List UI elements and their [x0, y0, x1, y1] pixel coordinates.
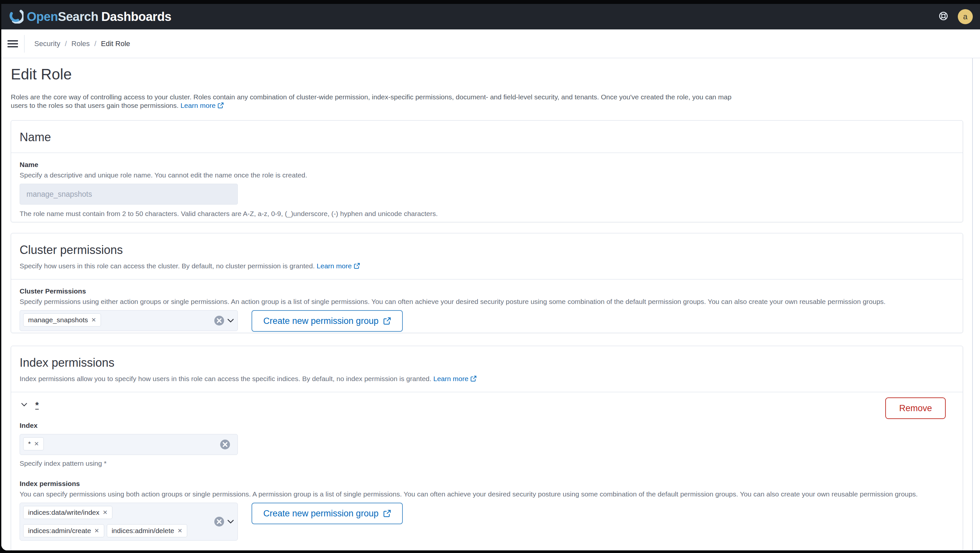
index-panel-description: Index permissions allow you to specify h… [20, 375, 954, 383]
index-pattern-help: Specify index pattern using * [20, 459, 954, 467]
breadcrumb-roles[interactable]: Roles [72, 40, 90, 48]
index-panel-title: Index permissions [20, 356, 954, 370]
index-permissions-label: Index permissions [20, 480, 954, 488]
clear-selection-icon[interactable] [214, 516, 224, 527]
name-panel: Name Name Specify a descriptive and uniq… [11, 120, 963, 222]
breadcrumb-current: Edit Role [101, 40, 130, 48]
scrollbar-track[interactable] [972, 58, 973, 550]
create-permission-group-button[interactable]: Create new permission group [251, 503, 403, 524]
logo-wordmark: OpenSearchDashboards [27, 10, 172, 24]
page-description: Roles are the core way of controlling ac… [11, 93, 743, 110]
breadcrumb-separator: / [94, 40, 96, 48]
role-name-input[interactable] [20, 184, 238, 205]
opensearch-logo-icon [8, 8, 24, 25]
cluster-permissions-combobox[interactable]: manage_snapshots✕ [20, 310, 238, 331]
permission-tag: indices:admin/create✕ [23, 524, 104, 537]
accordion-label: * [35, 400, 39, 411]
app-window: OpenSearchDashboards a Security / [1, 0, 980, 550]
remove-tag-icon[interactable]: ✕ [34, 440, 39, 448]
index-pattern-tag: *✕ [23, 437, 44, 450]
panel-divider [11, 279, 963, 279]
name-field-help: The role name must contain from 2 to 50 … [20, 210, 954, 218]
chevron-down-icon [20, 400, 29, 411]
nav-menu-button[interactable] [1, 29, 24, 58]
cluster-permissions-panel: Cluster permissions Specify how users in… [11, 233, 963, 333]
permission-tag-circled: indices:admin/delete✕ [107, 524, 188, 537]
help-menu-button[interactable] [937, 11, 949, 22]
index-permission-accordion: * Remove [20, 400, 954, 411]
accordion-toggle[interactable]: * [20, 400, 39, 411]
external-link-icon [218, 102, 224, 110]
window-top-edge [1, 0, 980, 4]
name-field-label: Name [20, 161, 954, 169]
permission-tag: indices:data/write/index✕ [23, 506, 112, 519]
panel-divider [11, 153, 963, 153]
cluster-permissions-description: Specify permissions using either action … [20, 298, 954, 306]
cluster-permissions-label: Cluster Permissions [20, 287, 954, 295]
external-link-icon [383, 317, 391, 325]
remove-tag-icon[interactable]: ✕ [91, 316, 96, 324]
lifebuoy-help-icon [938, 10, 949, 23]
learn-more-link[interactable]: Learn more [180, 102, 223, 109]
cluster-panel-title: Cluster permissions [20, 243, 954, 257]
learn-more-link[interactable]: Learn more [433, 375, 476, 382]
index-pattern-combobox[interactable]: *✕ [20, 434, 238, 455]
index-field-label: Index [20, 422, 954, 429]
index-permissions-panel: Index permissions Index permissions allo… [11, 346, 963, 550]
name-field-description: Specify a descriptive and unique role na… [20, 171, 954, 179]
external-link-icon [470, 376, 477, 383]
hamburger-menu-icon [8, 40, 18, 48]
breadcrumb-security[interactable]: Security [34, 40, 60, 48]
permission-tag: manage_snapshots✕ [23, 314, 101, 327]
remove-tag-icon[interactable]: ✕ [177, 527, 182, 534]
remove-tag-icon[interactable]: ✕ [103, 509, 108, 516]
clear-selection-icon[interactable] [220, 439, 230, 450]
breadcrumb-bar: Security / Roles / Edit Role [1, 29, 980, 58]
user-avatar[interactable]: a [958, 9, 973, 24]
learn-more-link[interactable]: Learn more [317, 262, 360, 269]
index-permissions-description: You can specify permissions using both a… [20, 490, 954, 498]
external-link-icon [354, 263, 360, 271]
name-panel-title: Name [20, 131, 954, 144]
chevron-down-icon[interactable] [226, 316, 235, 325]
app-header: OpenSearchDashboards a [1, 4, 980, 29]
create-permission-group-button[interactable]: Create new permission group [251, 310, 403, 332]
breadcrumb: Security / Roles / Edit Role [34, 40, 130, 48]
index-permissions-combobox[interactable]: indices:data/write/index✕ indices:admin/… [20, 503, 238, 540]
breadcrumb-separator: / [65, 40, 67, 48]
clear-selection-icon[interactable] [214, 316, 224, 326]
external-link-icon [383, 510, 391, 517]
opensearch-logo[interactable]: OpenSearchDashboards [8, 8, 172, 25]
page-title: Edit Role [11, 65, 72, 83]
cluster-panel-description: Specify how users in this role can acces… [20, 262, 954, 271]
chevron-down-icon[interactable] [226, 517, 235, 526]
remove-tag-icon[interactable]: ✕ [94, 527, 99, 534]
page-content: Edit Role Roles are the core way of cont… [1, 58, 980, 550]
remove-index-permission-button[interactable]: Remove [885, 397, 946, 419]
